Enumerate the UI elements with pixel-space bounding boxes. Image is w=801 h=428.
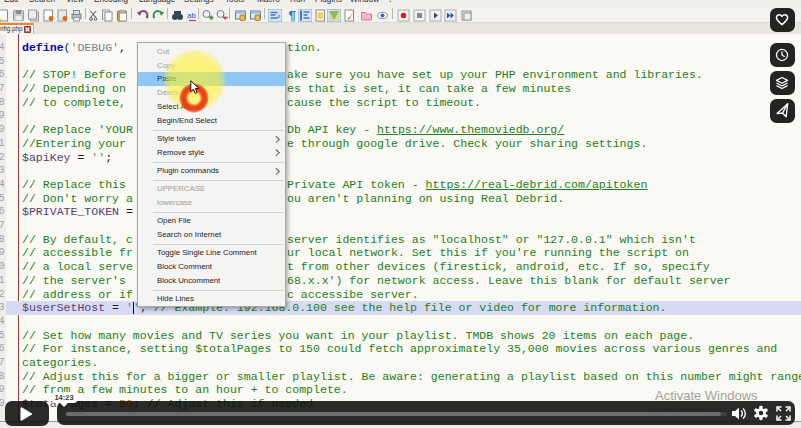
svg-text:ab: ab <box>187 11 196 20</box>
svg-text:¶: ¶ <box>289 9 296 22</box>
